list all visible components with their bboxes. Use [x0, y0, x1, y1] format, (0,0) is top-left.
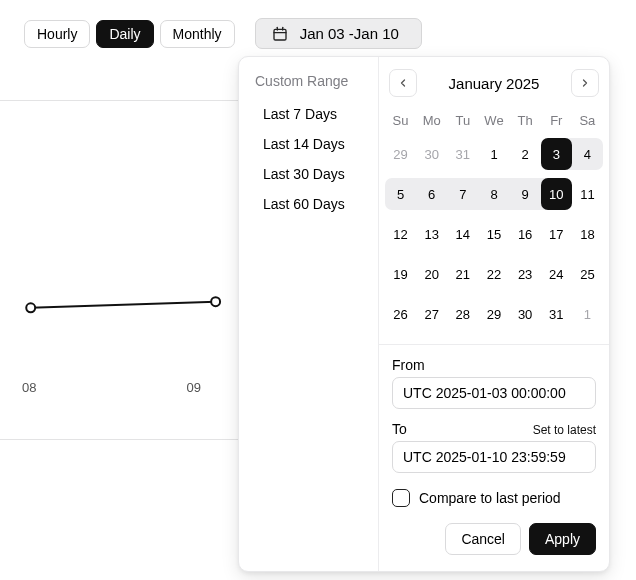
next-month-button[interactable] [571, 69, 599, 97]
calendar-day[interactable]: 2 [510, 138, 541, 170]
calendar-grid: SuMoTuWeThFrSa29303112345678910111213141… [379, 103, 609, 345]
calendar-day[interactable]: 21 [447, 258, 478, 290]
calendar-day[interactable]: 24 [541, 258, 572, 290]
to-label: To Set to latest [392, 421, 596, 437]
x-tick: 08 [22, 380, 36, 395]
calendar-day[interactable]: 29 [478, 298, 509, 330]
calendar-day[interactable]: 9 [510, 178, 541, 210]
form-buttons: Cancel Apply [392, 523, 596, 555]
set-to-latest-link[interactable]: Set to latest [533, 423, 596, 437]
calendar-day[interactable]: 11 [572, 178, 603, 210]
x-tick: 09 [186, 380, 200, 395]
calendar-day[interactable]: 20 [416, 258, 447, 290]
calendar-day[interactable]: 30 [510, 298, 541, 330]
calendar-day[interactable]: 13 [416, 218, 447, 250]
calendar-day[interactable]: 22 [478, 258, 509, 290]
calendar-day[interactable]: 10 [541, 178, 572, 210]
date-form: From To Set to latest Compare to last pe… [379, 345, 609, 571]
prev-month-button[interactable] [389, 69, 417, 97]
apply-button[interactable]: Apply [529, 523, 596, 555]
calendar-day[interactable]: 30 [416, 138, 447, 170]
preset-item[interactable]: Last 30 Days [249, 159, 368, 189]
data-point [26, 303, 35, 312]
calendar-day[interactable]: 1 [478, 138, 509, 170]
calendar-icon [272, 26, 288, 42]
dow-label: Fr [541, 107, 572, 134]
dow-label: Sa [572, 107, 603, 134]
granularity-monthly[interactable]: Monthly [160, 20, 235, 48]
chevron-left-icon [397, 77, 409, 89]
calendar-day[interactable]: 14 [447, 218, 478, 250]
to-label-text: To [392, 421, 407, 437]
compare-row: Compare to last period [392, 489, 596, 507]
from-label: From [392, 357, 596, 373]
calendar-day[interactable]: 3 [541, 138, 572, 170]
calendar-day[interactable]: 4 [572, 138, 603, 170]
calendar-day[interactable]: 18 [572, 218, 603, 250]
date-range-button[interactable]: Jan 03 -Jan 10 [255, 18, 422, 49]
calendar-day[interactable]: 29 [385, 138, 416, 170]
top-controls: HourlyDailyMonthly Jan 03 -Jan 10 [0, 0, 636, 49]
preset-item[interactable]: Last 7 Days [249, 99, 368, 129]
calendar-day[interactable]: 17 [541, 218, 572, 250]
granularity-daily[interactable]: Daily [96, 20, 153, 48]
chevron-right-icon [579, 77, 591, 89]
calendar-day[interactable]: 5 [385, 178, 416, 210]
calendar-day[interactable]: 26 [385, 298, 416, 330]
calendar-header: January 2025 [379, 57, 609, 103]
from-input[interactable] [392, 377, 596, 409]
preset-item[interactable]: Last 14 Days [249, 129, 368, 159]
dow-label: Mo [416, 107, 447, 134]
date-range-label: Jan 03 -Jan 10 [300, 25, 399, 42]
calendar-day[interactable]: 28 [447, 298, 478, 330]
calendar-day[interactable]: 8 [478, 178, 509, 210]
to-input[interactable] [392, 441, 596, 473]
date-range-popup: Custom Range Last 7 DaysLast 14 DaysLast… [238, 56, 610, 572]
calendar-day[interactable]: 12 [385, 218, 416, 250]
from-label-text: From [392, 357, 425, 373]
calendar-day[interactable]: 7 [447, 178, 478, 210]
calendar-day[interactable]: 31 [541, 298, 572, 330]
dow-label: Su [385, 107, 416, 134]
calendar-day[interactable]: 15 [478, 218, 509, 250]
calendar-panel: January 2025 SuMoTuWeThFrSa2930311234567… [379, 57, 609, 571]
calendar-day[interactable]: 6 [416, 178, 447, 210]
preset-item[interactable]: Last 60 Days [249, 189, 368, 219]
dow-label: Tu [447, 107, 478, 134]
calendar-day[interactable]: 27 [416, 298, 447, 330]
line-series [31, 302, 216, 308]
month-title: January 2025 [449, 75, 540, 92]
calendar-day[interactable]: 19 [385, 258, 416, 290]
calendar-day[interactable]: 1 [572, 298, 603, 330]
granularity-hourly[interactable]: Hourly [24, 20, 90, 48]
granularity-group: HourlyDailyMonthly [24, 20, 235, 48]
calendar-day[interactable]: 31 [447, 138, 478, 170]
data-point [211, 297, 220, 306]
calendar-day[interactable]: 25 [572, 258, 603, 290]
dow-label: Th [510, 107, 541, 134]
compare-label: Compare to last period [419, 490, 561, 506]
dow-label: We [478, 107, 509, 134]
calendar-day[interactable]: 16 [510, 218, 541, 250]
calendar-day[interactable]: 23 [510, 258, 541, 290]
cancel-button[interactable]: Cancel [445, 523, 521, 555]
svg-rect-0 [274, 29, 286, 40]
presets-panel: Custom Range Last 7 DaysLast 14 DaysLast… [239, 57, 379, 571]
presets-title: Custom Range [249, 69, 368, 99]
compare-checkbox[interactable] [392, 489, 410, 507]
